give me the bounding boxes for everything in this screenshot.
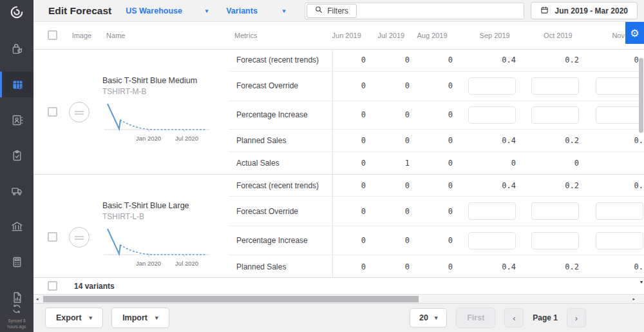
metric-label: Forecast Override [229,72,333,101]
vertical-scrollbar-thumb[interactable] [639,58,643,133]
filters-chip-label: Filters [327,6,348,15]
sidebar-item-warehouses[interactable] [0,213,33,239]
percentage-increase-input[interactable] [468,106,516,124]
forecast-override-input[interactable] [468,202,516,220]
metric-label: Actual Sales [229,152,333,174]
metric-value: 0 [419,262,462,271]
variant-row: Basic T-Shirt Blue Large TSHIRT-L-B [33,175,644,277]
metric-value: 0 [333,136,375,145]
metric-value: 0. [588,136,644,145]
scroll-right-arrow-icon[interactable]: ▸ [632,297,635,302]
sync-status[interactable]: Synced 8 hours ago [0,303,33,329]
metric-value: 0. [588,55,644,64]
next-page-button[interactable]: › [567,308,586,327]
warehouse-dropdown-label: US Warehouse [126,6,182,15]
percentage-increase-input[interactable] [596,232,643,249]
metric-value: 0.2 [525,262,588,271]
metric-label: Forecast (recent trends) [229,50,333,71]
app-logo-icon [10,5,24,19]
column-settings-button[interactable]: ⚙ [625,22,644,44]
metric-label: Forecast Override [229,197,333,226]
sparkline-tick-label: Jan 2020 [136,260,161,267]
horizontal-scrollbar-thumb[interactable] [43,296,419,302]
import-button-label: Import [122,313,147,322]
percentage-increase-input[interactable] [531,106,579,124]
select-checkbox[interactable] [48,107,57,117]
sidebar-item-suppliers[interactable] [0,107,33,133]
date-range-button[interactable]: Jun 2019 - Mar 2020 [531,2,638,19]
product-image-placeholder [69,102,90,122]
previous-page-button[interactable]: ‹ [504,308,524,327]
warehouse-dropdown[interactable]: US Warehouse ▾ [126,6,208,15]
metric-value: 0 [333,55,375,64]
view-dropdown[interactable]: Variants ▾ [226,6,285,15]
filters-chip[interactable]: Filters [307,4,357,18]
metric-value: 0 [333,262,375,271]
metric-label: Percentage Increase [229,101,333,130]
sidebar-item-calculator[interactable] [0,249,33,275]
sidebar-item-forecast[interactable] [0,72,33,97]
forecast-override-input[interactable] [596,202,643,220]
pagination: 20 ▾ First ‹ Page 1 › [410,308,586,328]
topbar: Edit Forecast US Warehouse ▾ Variants ▾ … [33,0,644,22]
metric-value: 0.4 [462,55,525,64]
horizontal-scrollbar[interactable]: ◂ ▸ [33,294,644,303]
sparkline-tick-label: Jul 2020 [175,260,198,267]
scroll-left-arrow-icon[interactable]: ◂ [36,297,39,302]
sidebar-item-purchase-orders[interactable] [0,36,33,62]
forecast-override-input[interactable] [596,77,643,95]
metric-row: Forecast Override 0 0 0 [229,72,644,101]
sidebar-item-tasks[interactable] [0,142,33,168]
metric-value: 0. [588,262,644,271]
metric-value: 0 [462,159,525,168]
month-header: Aug 2019 [413,32,456,39]
metric-row: Percentage Increase 0 0 0 [229,101,644,130]
sparkline-tick-label: Jan 2020 [136,135,161,142]
table-header: Image Name Metrics Jun 2019 Jul 2019 Aug… [33,22,644,50]
import-button[interactable]: Import ▾ [111,308,169,328]
metric-value: 0 [333,207,375,216]
forecast-override-input[interactable] [531,202,579,220]
filters-input[interactable]: Filters [305,3,524,19]
first-page-label: First [467,313,484,322]
first-page-button[interactable]: First [456,308,495,328]
metric-value: 0 [375,262,419,271]
metric-value: 0 [375,207,419,216]
variants-count: 14 variants [74,282,115,291]
metric-value: 0 [419,236,462,245]
metric-row: Planned Sales 0 0 0 0.4 0.2 0. [229,255,644,277]
product-name: Basic T-Shirt Blue Medium [102,76,211,85]
forecast-override-input[interactable] [468,77,516,95]
product-cell: Basic T-Shirt Blue Medium TSHIRT-M-B [33,50,229,174]
chevron-down-icon: ▾ [205,8,209,14]
select-checkbox[interactable] [48,232,57,242]
app: Synced 8 hours ago Edit Forecast US Ware… [0,0,644,332]
chevron-down-icon: ▾ [155,315,158,321]
view-dropdown-label: Variants [226,6,258,15]
date-range-label: Jun 2019 - Mar 2020 [555,6,628,15]
metric-value: 0 [375,136,419,145]
percentage-increase-input[interactable] [531,232,579,249]
sidebar-item-shipments[interactable] [0,178,33,204]
metric-value: 0 [375,110,419,119]
metric-value: 0 [419,55,462,64]
month-header: Oct 2019 [519,32,582,39]
variant-row: Basic T-Shirt Blue Medium TSHIRT-M-B [33,50,644,175]
product-cell: Basic T-Shirt Blue Large TSHIRT-L-B [33,175,229,277]
page-size-dropdown[interactable]: 20 ▾ [410,308,447,327]
metric-value: 1 [375,159,419,168]
sidebar: Synced 8 hours ago [0,0,33,332]
calendar-icon [540,6,549,16]
percentage-increase-input[interactable] [596,106,643,124]
select-page-checkbox[interactable] [48,281,57,291]
column-header-name: Name [102,32,227,39]
month-header: Jul 2019 [370,32,413,39]
metric-value: 0.2 [525,136,588,145]
scroll-down-arrow-icon[interactable]: ▾ [640,279,643,285]
metric-value: 0.4 [462,181,525,190]
metric-row: Planned Sales 0 0 0 0.4 0.2 0. [229,130,644,152]
select-all-checkbox[interactable] [48,30,57,40]
export-button[interactable]: Export ▾ [45,308,103,328]
percentage-increase-input[interactable] [468,232,516,249]
forecast-override-input[interactable] [531,77,579,95]
